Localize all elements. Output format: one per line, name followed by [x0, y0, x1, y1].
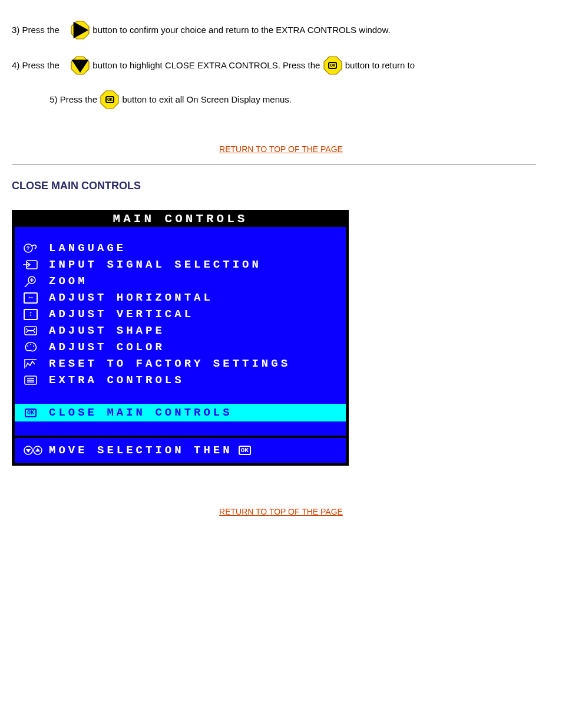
osd-item-label: CLOSE MAIN CONTROLS: [41, 406, 233, 419]
input-icon: [21, 258, 41, 272]
horiz-icon: ↔: [21, 291, 41, 305]
step4-rest: button to highlight CLOSE EXTRA CONTROLS…: [92, 60, 320, 70]
top-link-row: RETURN TO TOP OF THE PAGE: [12, 144, 550, 154]
svg-point-11: [27, 345, 28, 347]
svg-marker-16: [26, 449, 31, 453]
svg-marker-1: [74, 22, 89, 38]
osd-item-label: LANGUAGE: [41, 240, 126, 256]
instruction-step-3: 3) Press the button to confirm your choi…: [12, 18, 536, 42]
step3-lead: 3) Press the: [12, 24, 68, 37]
osd-title: MAIN CONTROLS: [12, 210, 348, 227]
osd-item-label: ZOOM: [41, 273, 88, 289]
shape-icon: [21, 324, 41, 338]
osd-item-label: ADJUST VERTICAL: [41, 306, 194, 322]
osd-item-vertical[interactable]: ↕ ADJUST VERTICAL: [21, 306, 340, 322]
osd-item-horizontal[interactable]: ↔ ADJUST HORIZONTAL: [21, 289, 340, 306]
osd-item-language[interactable]: ? LANGUAGE: [21, 240, 340, 256]
osd-item-extra[interactable]: EXTRA CONTROLS: [21, 372, 340, 388]
down-button-icon[interactable]: [70, 55, 90, 75]
ok-button-icon[interactable]: OK: [323, 55, 343, 75]
instruction-step-4: 4) Press the button to highlight CLOSE E…: [12, 53, 536, 78]
reset-icon: [21, 357, 41, 371]
step3-rest: button to confirm your choice and return…: [92, 25, 390, 35]
osd-item-shape[interactable]: ADJUST SHAPE: [21, 322, 340, 339]
vert-icon: ↕: [21, 307, 41, 321]
svg-point-13: [33, 345, 34, 347]
osd-item-label: RESET TO FACTORY SETTINGS: [41, 355, 290, 372]
step4-rest2: button to return to: [345, 60, 415, 70]
page-root: 3) Press the button to confirm your choi…: [0, 0, 562, 728]
step5-rest: button to exit all On Screen Display men…: [122, 94, 292, 104]
return-to-top-link[interactable]: RETURN TO TOP OF THE PAGE: [219, 144, 343, 154]
osd-item-zoom[interactable]: ZOOM: [21, 273, 340, 289]
extra-icon: [21, 373, 41, 387]
osd-item-color[interactable]: ADJUST COLOR: [21, 339, 340, 355]
instructions-block: 3) Press the button to confirm your choi…: [12, 18, 536, 112]
ok-button-icon[interactable]: OK: [100, 90, 120, 110]
play-button-icon[interactable]: [70, 20, 90, 40]
osd-footer: MOVE SELECTION THEN OK: [15, 438, 346, 463]
step5-lead: 5) Press the: [49, 94, 97, 104]
return-to-top-link[interactable]: RETURN TO TOP OF THE PAGE: [219, 507, 343, 516]
svg-marker-3: [72, 60, 89, 73]
osd-item-label: EXTRA CONTROLS: [41, 372, 184, 388]
osd-item-close-main[interactable]: OK CLOSE MAIN CONTROLS: [15, 404, 346, 421]
instruction-step-5: 5) Press the OK button to exit all On Sc…: [12, 87, 536, 112]
section-title: CLOSE MAIN CONTROLS: [12, 180, 550, 192]
osd-footer-label: MOVE SELECTION THEN: [45, 444, 233, 457]
top-link-row: RETURN TO TOP OF THE PAGE: [12, 507, 550, 516]
separator: [12, 164, 536, 165]
svg-point-12: [30, 344, 31, 345]
svg-text:?: ?: [27, 246, 29, 252]
osd-item-label: ADJUST SHAPE: [41, 322, 165, 339]
osd-item-label: ADJUST COLOR: [41, 339, 165, 355]
osd-item-input[interactable]: INPUT SIGNAL SELECTION: [21, 256, 340, 273]
ok-icon: OK: [239, 446, 251, 455]
color-icon: [21, 340, 41, 354]
osd-item-label: ADJUST HORIZONTAL: [41, 289, 213, 306]
language-icon: ?: [21, 241, 41, 255]
osd-panel: MAIN CONTROLS ? LANGUAGE INPUT SIGNAL S: [12, 210, 349, 466]
osd-item-label: INPUT SIGNAL SELECTION: [41, 256, 262, 273]
ok-icon: OK: [21, 409, 41, 417]
osd-body: ? LANGUAGE INPUT SIGNAL SELECTION: [15, 227, 346, 436]
up-down-icon: [21, 444, 45, 456]
osd-item-reset[interactable]: RESET TO FACTORY SETTINGS: [21, 355, 340, 372]
svg-marker-18: [35, 448, 40, 452]
zoom-icon: [21, 274, 41, 288]
step4-lead: 4) Press the: [12, 59, 68, 72]
